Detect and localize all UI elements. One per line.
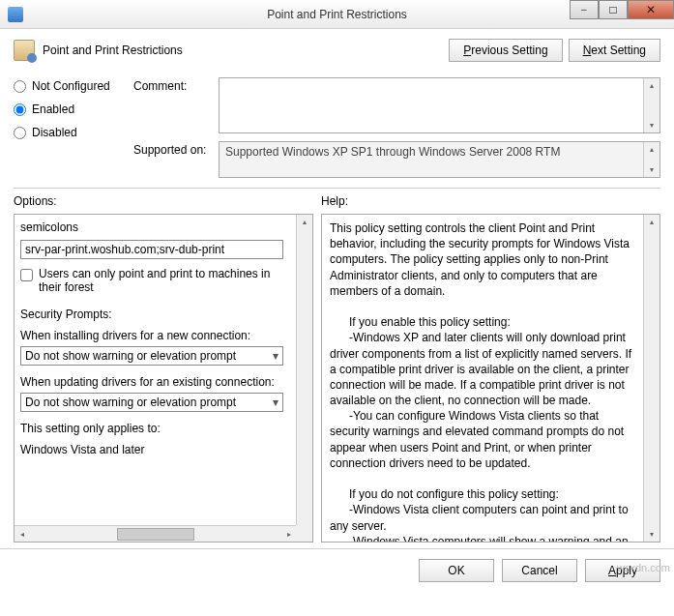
app-icon	[8, 7, 23, 22]
maximize-button[interactable]: □	[599, 0, 628, 19]
options-label: Options:	[14, 194, 313, 208]
scrollbar-vertical[interactable]: ▴ ▾	[643, 215, 659, 542]
scroll-corner	[296, 525, 312, 542]
semicolons-label: semicolons	[20, 220, 290, 234]
scroll-thumb[interactable]	[117, 528, 194, 541]
apply-button[interactable]: Apply	[585, 559, 660, 582]
options-panel: semicolons Users can only point and prin…	[14, 214, 313, 543]
install-drivers-select[interactable]: Do not show warning or elevation prompt	[20, 346, 283, 366]
install-drivers-label: When installing drivers for a new connec…	[20, 329, 290, 342]
scroll-up-icon[interactable]: ▴	[298, 215, 312, 229]
help-label: Help:	[321, 194, 660, 208]
policy-icon	[14, 40, 35, 61]
title-bar: Point and Print Restrictions − □ ✕	[0, 0, 674, 29]
forest-checkbox-label: Users can only point and print to machin…	[39, 267, 290, 294]
radio-not-configured[interactable]: Not Configured	[14, 79, 120, 93]
scroll-up-icon[interactable]: ▴	[645, 215, 659, 229]
scroll-left-icon[interactable]: ◂	[15, 527, 29, 542]
scroll-down-icon[interactable]: ▾	[645, 162, 659, 177]
scroll-down-icon[interactable]: ▾	[645, 118, 659, 132]
cancel-button[interactable]: Cancel	[502, 559, 577, 582]
radio-disabled[interactable]: Disabled	[14, 126, 120, 139]
scrollbar-horizontal[interactable]: ◂ ▸	[15, 525, 296, 542]
previous-setting-button[interactable]: Previous Setting	[449, 39, 562, 62]
window-title: Point and Print Restrictions	[267, 8, 407, 21]
comment-label: Comment:	[133, 77, 211, 93]
comment-textarea[interactable]: ▴ ▾	[219, 77, 660, 133]
scrollbar-vertical[interactable]: ▴ ▾	[296, 215, 312, 542]
server-list-input[interactable]	[20, 240, 283, 259]
forest-checkbox[interactable]	[20, 269, 33, 281]
close-button[interactable]: ✕	[628, 0, 674, 19]
scrollbar-vertical[interactable]: ▴ ▾	[643, 78, 659, 132]
next-setting-button[interactable]: Next Setting	[569, 39, 660, 62]
help-text: This policy setting controls the client …	[330, 220, 635, 542]
page-title: Point and Print Restrictions	[43, 44, 183, 57]
security-prompts-heading: Security Prompts:	[20, 308, 290, 321]
update-drivers-select[interactable]: Do not show warning or elevation prompt	[20, 393, 283, 412]
scroll-down-icon[interactable]: ▾	[645, 527, 659, 542]
applies-to-label: This setting only applies to:	[20, 422, 290, 435]
applies-to-value: Windows Vista and later	[20, 443, 290, 456]
radio-enabled[interactable]: Enabled	[14, 103, 120, 116]
supported-on-label: Supported on:	[133, 141, 211, 157]
scroll-up-icon[interactable]: ▴	[645, 142, 659, 157]
update-drivers-label: When updating drivers for an existing co…	[20, 375, 290, 389]
supported-on-value: Supported Windows XP SP1 through Windows…	[225, 145, 560, 159]
scroll-up-icon[interactable]: ▴	[645, 78, 659, 93]
minimize-button[interactable]: −	[570, 0, 599, 19]
help-panel: This policy setting controls the client …	[321, 214, 660, 543]
scroll-right-icon[interactable]: ▸	[281, 527, 296, 542]
scrollbar-vertical[interactable]: ▴ ▾	[643, 142, 659, 177]
ok-button[interactable]: OK	[419, 559, 494, 582]
supported-on-box: Supported Windows XP SP1 through Windows…	[219, 141, 660, 178]
